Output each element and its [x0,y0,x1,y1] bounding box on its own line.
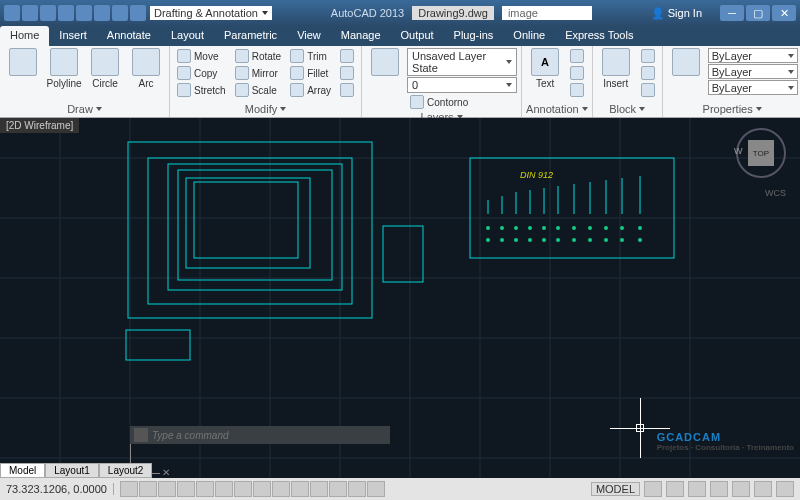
snap-toggle[interactable] [120,481,138,497]
svg-point-51 [542,238,546,242]
redo-icon[interactable] [130,5,146,21]
hardware-icon[interactable] [732,481,750,497]
isolate-icon[interactable] [754,481,772,497]
model-viewport[interactable]: [2D Wireframe] DIN 912 T [0,118,800,478]
tab-model[interactable]: Model [0,463,45,478]
rotate-button[interactable]: Rotate [232,48,284,64]
mirror-button[interactable]: Mirror [232,65,284,81]
chevron-down-icon[interactable] [582,107,588,111]
edit-block-button[interactable] [638,65,658,81]
circle-button[interactable]: Circle [86,48,124,102]
command-line[interactable] [130,426,390,444]
dim-linear-button[interactable] [567,48,587,64]
qp-toggle[interactable] [329,481,347,497]
table-button[interactable] [567,82,587,98]
command-input[interactable] [152,430,386,441]
offset-button[interactable] [337,82,357,98]
polar-toggle[interactable] [177,481,195,497]
attr-button[interactable] [638,82,658,98]
array-button[interactable]: Array [287,82,334,98]
tab-online[interactable]: Online [503,26,555,46]
workspace-dropdown[interactable]: Drafting & Annotation [150,6,272,20]
insert-icon [602,48,630,76]
am-toggle[interactable] [367,481,385,497]
open-icon[interactable] [40,5,56,21]
tab-plugins[interactable]: Plug-ins [444,26,504,46]
create-block-button[interactable] [638,48,658,64]
polyline-button[interactable]: Polyline [45,48,83,102]
text-button[interactable]: AText [526,48,564,102]
tab-expresstools[interactable]: Express Tools [555,26,643,46]
tab-annotate[interactable]: Annotate [97,26,161,46]
tab-home[interactable]: Home [0,26,49,46]
tab-layout2[interactable]: Layout2 [99,463,153,478]
workspace-icon[interactable] [710,481,728,497]
ducs-toggle[interactable] [253,481,271,497]
app-menu-icon[interactable] [4,5,20,21]
move-icon [177,49,191,63]
tab-output[interactable]: Output [391,26,444,46]
save-icon[interactable] [58,5,74,21]
modelspace-button[interactable]: MODEL [591,482,640,496]
cleanscreen-icon[interactable] [776,481,794,497]
tab-layout1[interactable]: Layout1 [45,463,99,478]
quickview-icon[interactable] [644,481,662,497]
erase-button[interactable] [337,48,357,64]
explode-button[interactable] [337,65,357,81]
stretch-button[interactable]: Stretch [174,82,229,98]
maximize-button[interactable]: ▢ [746,5,770,21]
plot-icon[interactable] [94,5,110,21]
layerprops-button[interactable] [366,48,404,110]
tab-parametric[interactable]: Parametric [214,26,287,46]
linetype-dropdown[interactable]: ByLayer [708,80,798,95]
infocenter-search[interactable]: image [502,6,592,20]
minimize-button[interactable]: ─ [720,5,744,21]
visual-style-label[interactable]: [2D Wireframe] [0,118,79,133]
copy-button[interactable]: Copy [174,65,229,81]
osnap3d-toggle[interactable] [215,481,233,497]
annoscale-icon[interactable] [666,481,684,497]
scale-button[interactable]: Scale [232,82,284,98]
color-dropdown[interactable]: ByLayer [708,48,798,63]
viewcube-face[interactable]: TOP [748,140,774,166]
layer-state-dropdown[interactable]: Unsaved Layer State [407,48,517,76]
line-button[interactable] [4,48,42,102]
wcs-label[interactable]: WCS [765,188,786,198]
dyn-toggle[interactable] [272,481,290,497]
new-icon[interactable] [22,5,38,21]
saveas-icon[interactable] [76,5,92,21]
signin-button[interactable]: 👤 Sign In [651,7,702,20]
osnap-toggle[interactable] [196,481,214,497]
otrack-toggle[interactable] [234,481,252,497]
chevron-down-icon[interactable] [96,107,102,111]
chevron-down-icon[interactable] [756,107,762,111]
lwt-toggle[interactable] [291,481,309,497]
viewcube[interactable]: TOP W [736,128,786,178]
chevron-down-icon [788,70,794,74]
trim-button[interactable]: Trim [287,48,334,64]
svg-point-55 [604,238,608,242]
tab-view[interactable]: View [287,26,331,46]
fillet-button[interactable]: Fillet [287,65,334,81]
annovis-icon[interactable] [688,481,706,497]
arc-button[interactable]: Arc [127,48,165,102]
layer-contorno[interactable]: Contorno [407,94,517,110]
ortho-toggle[interactable] [158,481,176,497]
grid-toggle[interactable] [139,481,157,497]
match-button[interactable] [667,48,705,102]
sc-toggle[interactable] [348,481,366,497]
close-button[interactable]: ✕ [772,5,796,21]
layer-dropdown[interactable]: 0 [407,77,517,93]
tpy-toggle[interactable] [310,481,328,497]
scale-icon [235,83,249,97]
move-button[interactable]: Move [174,48,229,64]
chevron-down-icon[interactable] [280,107,286,111]
undo-icon[interactable] [112,5,128,21]
chevron-down-icon[interactable] [639,107,645,111]
tab-layout[interactable]: Layout [161,26,214,46]
insert-button[interactable]: Insert [597,48,635,102]
tab-manage[interactable]: Manage [331,26,391,46]
lineweight-dropdown[interactable]: ByLayer [708,64,798,79]
tab-insert[interactable]: Insert [49,26,97,46]
leader-button[interactable] [567,65,587,81]
